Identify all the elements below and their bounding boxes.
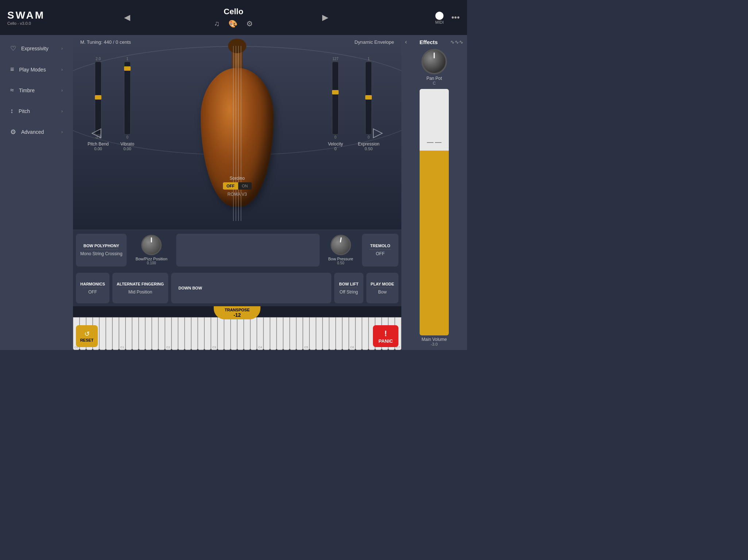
- expression-thumb[interactable]: [365, 95, 372, 100]
- nav-left-arrow[interactable]: ◁: [91, 125, 101, 140]
- sordino-off[interactable]: OFF: [223, 182, 238, 190]
- effects-label: Effects: [420, 39, 438, 45]
- harmonics-box[interactable]: HARMONICS OFF: [76, 273, 109, 303]
- white-key-11[interactable]: [139, 317, 145, 350]
- alternate-fingering-box[interactable]: ALTERNATE FINGERING Mid Position: [112, 273, 168, 303]
- vibrato-track[interactable]: [124, 62, 131, 135]
- white-key-6[interactable]: [106, 317, 112, 350]
- white-key-26[interactable]: [237, 317, 244, 350]
- alternate-fingering-label: ALTERNATE FINGERING: [117, 282, 164, 286]
- white-key-40[interactable]: [329, 317, 336, 350]
- play-mode-box[interactable]: PLAY MODE Bow: [366, 273, 398, 303]
- line-2: [435, 142, 442, 143]
- white-key-5[interactable]: [99, 317, 106, 350]
- white-key-45[interactable]: [362, 317, 369, 350]
- white-key-29[interactable]: C4: [257, 317, 263, 350]
- bow-pressure-indicator: [340, 237, 342, 242]
- white-key-21[interactable]: [204, 317, 211, 350]
- panic-icon: !: [384, 329, 387, 338]
- tremolo-label: TREMOLO: [370, 244, 390, 248]
- palette-icon[interactable]: 🎨: [228, 19, 238, 28]
- white-key-32[interactable]: [277, 317, 283, 350]
- pitch-bend-track[interactable]: [95, 62, 101, 135]
- white-key-43[interactable]: C6: [349, 317, 355, 350]
- app-version: Cello - v3.0.0: [7, 21, 45, 26]
- octave-c3: C3: [212, 346, 216, 349]
- white-key-33[interactable]: [283, 317, 290, 350]
- white-key-14[interactable]: [158, 317, 165, 350]
- white-key-31[interactable]: [270, 317, 277, 350]
- white-key-18[interactable]: [185, 317, 191, 350]
- dynamic-envelope-label: Dynamic Envelope: [355, 39, 394, 45]
- white-key-20[interactable]: [198, 317, 204, 350]
- panic-button[interactable]: ! PANIC: [373, 325, 398, 347]
- sidebar-item-advanced[interactable]: ⚙ Advanced ›: [3, 123, 70, 141]
- white-key-41[interactable]: [336, 317, 342, 350]
- white-key-13[interactable]: [152, 317, 158, 350]
- white-key-16[interactable]: [171, 317, 178, 350]
- bow-position-knob[interactable]: [141, 235, 162, 255]
- sordino-toggle[interactable]: OFF ON: [223, 182, 252, 190]
- bow-polyphony-box[interactable]: BOW POLYPHONY Mono String Crossing: [76, 234, 127, 267]
- tune-icon[interactable]: ⚙: [246, 19, 253, 28]
- white-key-36[interactable]: C5: [303, 317, 309, 350]
- white-key-8[interactable]: C1: [119, 317, 126, 350]
- pitch-bend-thumb[interactable]: [95, 95, 101, 100]
- white-key-24[interactable]: [224, 317, 231, 350]
- expression-bottom: 0: [368, 135, 370, 139]
- white-key-19[interactable]: [191, 317, 198, 350]
- preset-next-button[interactable]: ▶: [322, 13, 328, 22]
- sidebar-item-play-modes[interactable]: ≡ Play Modes ›: [3, 61, 70, 78]
- octave-c2: C2: [166, 346, 170, 349]
- sidebar-item-timbre[interactable]: ≈ Timbre ›: [3, 81, 70, 99]
- white-key-42[interactable]: [342, 317, 349, 350]
- white-key-15[interactable]: C2: [165, 317, 171, 350]
- midi-button[interactable]: ⬤ MIDI: [435, 11, 444, 24]
- pan-pot-knob[interactable]: [421, 49, 447, 74]
- bow-pressure-knob[interactable]: [331, 235, 351, 255]
- white-key-28[interactable]: [250, 317, 257, 350]
- white-key-44[interactable]: [355, 317, 362, 350]
- white-key-7[interactable]: [112, 317, 119, 350]
- bow-lift-box[interactable]: BOW LIFT Off String: [334, 273, 363, 303]
- white-key-12[interactable]: [145, 317, 152, 350]
- white-key-35[interactable]: [296, 317, 303, 350]
- vibrato-thumb[interactable]: [124, 66, 131, 71]
- expression-value: 0.50: [365, 147, 373, 151]
- white-key-34[interactable]: [290, 317, 296, 350]
- white-key-9[interactable]: [126, 317, 132, 350]
- music-icon[interactable]: ♫: [214, 19, 220, 28]
- velocity-label: Velocity: [328, 141, 343, 147]
- volume-handle[interactable]: [421, 138, 447, 147]
- white-key-23[interactable]: [217, 317, 224, 350]
- preset-prev-button[interactable]: ◀: [124, 13, 130, 22]
- vibrato-slider[interactable]: 1 0 Vibrato 0.00: [120, 57, 134, 151]
- reset-button[interactable]: ↺ RESET: [76, 325, 98, 347]
- bow-pressure-label: Bow Pressure: [328, 257, 353, 261]
- tremolo-box[interactable]: TREMOLO OFF: [362, 234, 398, 267]
- white-key-10[interactable]: [132, 317, 139, 350]
- reset-icon: ↺: [84, 330, 90, 338]
- expression-track[interactable]: [365, 62, 372, 135]
- effects-back-button[interactable]: ‹: [405, 39, 407, 45]
- white-key-27[interactable]: [244, 317, 250, 350]
- velocity-slider[interactable]: 127 0 Velocity 0: [328, 57, 343, 151]
- white-key-30[interactable]: [263, 317, 270, 350]
- sidebar-item-expressivity[interactable]: ♡ Expressivity ›: [3, 39, 70, 58]
- waveform-icon: ∿∿∿: [450, 39, 463, 45]
- white-key-38[interactable]: [316, 317, 323, 350]
- white-key-22[interactable]: C3: [211, 317, 217, 350]
- transpose-banner[interactable]: TRANSPOSE -12: [214, 306, 261, 319]
- more-button[interactable]: •••: [451, 13, 460, 22]
- white-key-37[interactable]: [309, 317, 316, 350]
- nav-right-arrow[interactable]: ▷: [373, 125, 383, 140]
- sordino-on[interactable]: ON: [238, 182, 252, 190]
- velocity-thumb[interactable]: [332, 90, 339, 94]
- sidebar-item-pitch[interactable]: ↕ Pitch ›: [3, 102, 70, 120]
- white-key-25[interactable]: [231, 317, 237, 350]
- main-volume-slider[interactable]: [420, 89, 449, 335]
- white-key-17[interactable]: [178, 317, 185, 350]
- velocity-track[interactable]: [332, 62, 339, 135]
- white-key-39[interactable]: [323, 317, 329, 350]
- down-bow-box[interactable]: DOWN BOW: [171, 273, 331, 303]
